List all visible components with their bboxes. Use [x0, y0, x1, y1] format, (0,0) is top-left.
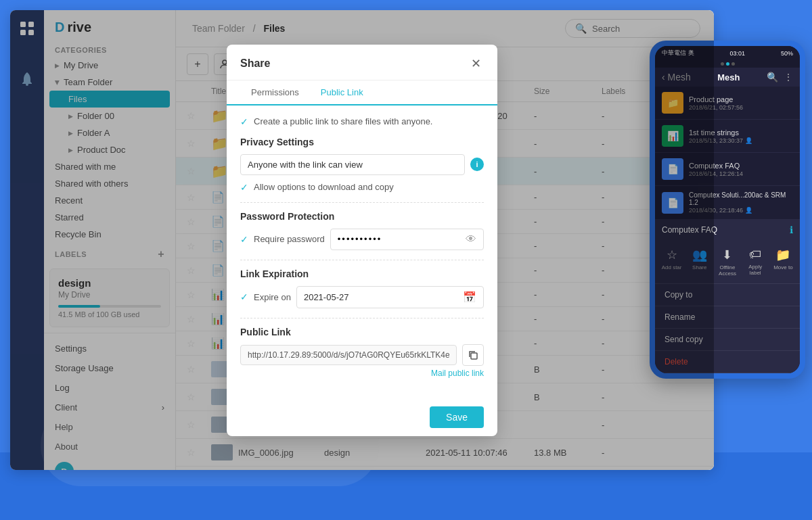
allow-download-text: Allow options to download and copy [254, 182, 394, 192]
check-icon: ✓ [240, 182, 248, 193]
section-divider [240, 202, 484, 203]
public-link-section: Mail public link [240, 344, 484, 378]
more-icon[interactable]: ⋮ [784, 72, 793, 82]
privacy-settings-title: Privacy Settings [240, 137, 484, 147]
eye-icon[interactable]: 👁 [466, 233, 476, 245]
check-text: Create a public link to share files with… [254, 116, 432, 126]
battery-text: 50% [781, 50, 793, 57]
link-expiration-title: Link Expiration [240, 268, 484, 279]
date-input-wrap: 📅 [296, 286, 484, 308]
password-row: ✓ Require password 👁 [240, 229, 484, 250]
save-button[interactable]: Save [430, 406, 484, 428]
offline-icon: ⬇ [722, 247, 732, 262]
tab-public-link[interactable]: Public Link [310, 80, 374, 105]
dialog-body: ✓ Create a public link to share files wi… [227, 105, 497, 398]
link-row [240, 344, 484, 366]
action-label: Apply label [743, 264, 768, 276]
action-label: Move to [773, 264, 792, 270]
action-label: Offline Access [715, 264, 740, 277]
offline-access-action[interactable]: ⬇ Offline Access [715, 247, 740, 277]
search-icon[interactable]: 🔍 [767, 72, 778, 82]
time-text: 03:01 [729, 50, 745, 57]
move-icon: 📁 [775, 247, 790, 262]
label-icon: 🏷 [749, 247, 761, 262]
password-title: Password Protection [240, 211, 484, 222]
dialog-tabs: Permissions Public Link [227, 80, 497, 105]
copy-link-button[interactable] [462, 344, 484, 366]
mobile-nav-title: Mesh [717, 72, 740, 82]
check-icon: ✓ [240, 234, 248, 245]
dialog-header: Share ✕ [227, 45, 497, 80]
privacy-select-wrap: Anyone with the link can view Anyone wit… [240, 154, 484, 175]
allow-download-row: ✓ Allow options to download and copy [240, 182, 484, 193]
date-input[interactable] [304, 292, 463, 302]
check-icon: ✓ [240, 116, 248, 127]
section-divider [240, 260, 484, 260]
check-row: ✓ Create a public link to share files wi… [240, 116, 484, 127]
close-dialog-button[interactable]: ✕ [468, 55, 484, 72]
require-password-text: Require password [254, 234, 325, 244]
check-icon: ✓ [240, 291, 248, 302]
svg-rect-14 [471, 353, 477, 359]
section-divider [240, 318, 484, 318]
privacy-select[interactable]: Anyone with the link can view Anyone wit… [240, 154, 465, 175]
password-input[interactable] [338, 234, 461, 244]
dot-2 [726, 62, 729, 66]
dialog-title: Share [240, 57, 270, 70]
public-link-input[interactable] [240, 345, 457, 365]
modal-backdrop[interactable]: Share ✕ Permissions Public Link ✓ Create… [10, 10, 714, 470]
calendar-icon[interactable]: 📅 [463, 291, 476, 304]
mail-public-link[interactable]: Mail public link [240, 369, 484, 378]
tab-permissions[interactable]: Permissions [240, 80, 310, 105]
expire-on-text: Expire on [254, 292, 291, 302]
info-icon[interactable]: ℹ [790, 224, 793, 235]
dialog-footer: Save [227, 398, 497, 436]
password-input-wrap: 👁 [330, 229, 484, 250]
public-link-title: Public Link [240, 327, 484, 337]
link-expiry-row: ✓ Expire on 📅 [240, 286, 484, 308]
share-dialog: Share ✕ Permissions Public Link ✓ Create… [227, 45, 497, 436]
mobile-nav-icons: 🔍 ⋮ [767, 72, 793, 82]
dot-1 [721, 62, 724, 66]
info-icon[interactable]: i [470, 158, 484, 171]
move-to-action[interactable]: 📁 Move to [771, 247, 796, 277]
app-container: D rive CATEGORIES ▶ My Drive ▶ Team Fold… [10, 10, 714, 470]
dot-3 [731, 62, 735, 66]
apply-label-action[interactable]: 🏷 Apply label [743, 247, 768, 277]
